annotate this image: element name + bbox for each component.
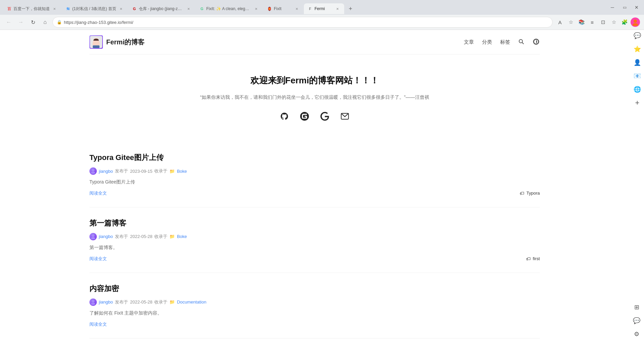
edge-profile-sidebar-icon[interactable]: 👤 bbox=[631, 56, 643, 69]
email-icon[interactable] bbox=[339, 111, 350, 122]
svg-point-1 bbox=[633, 23, 638, 26]
split-screen-icon[interactable]: ⊡ bbox=[598, 17, 608, 27]
tag-icon: 🏷 bbox=[520, 191, 524, 196]
nav-categories[interactable]: 分类 bbox=[482, 39, 492, 45]
lock-icon: 🔒 bbox=[57, 20, 62, 25]
post-category[interactable]: Boke bbox=[177, 169, 187, 174]
post-tag-value[interactable]: first bbox=[533, 256, 540, 261]
svg-point-12 bbox=[92, 234, 94, 237]
svg-line-6 bbox=[522, 43, 524, 44]
hero-title: 欢迎来到Fermi的博客网站！！！ bbox=[89, 75, 540, 86]
tab-gitee[interactable]: G 仓库 - jiangbo (jiang-zhao-... ✕ bbox=[128, 3, 195, 14]
tab-title-fermi: Fermi bbox=[315, 6, 333, 11]
post-date: 2023-09-15 bbox=[130, 169, 153, 174]
post-list: Typora Gitee图片上传 jiangbo 发布于 2023-09-15 … bbox=[89, 135, 540, 345]
tab-close-fixit[interactable]: ✕ bbox=[294, 6, 299, 11]
svg-point-15 bbox=[91, 302, 95, 305]
bottom-chat-icon[interactable]: 💬 bbox=[631, 315, 643, 327]
bottom-right-icons: ⊞ 💬 ⚙ bbox=[629, 298, 644, 343]
author-avatar bbox=[89, 298, 97, 306]
edge-translate-sidebar-icon[interactable]: 🌐 bbox=[631, 83, 643, 95]
profile-avatar bbox=[632, 18, 639, 26]
forward-button[interactable]: → bbox=[16, 17, 26, 27]
edge-chat-icon[interactable]: 💬 bbox=[631, 30, 643, 42]
hero-section: 欢迎来到Fermi的博客网站！！！ “如果你来访我，我不在，请和我们门外的花坐一… bbox=[89, 54, 540, 135]
svg-point-11 bbox=[91, 172, 95, 174]
extensions-icon[interactable]: 🧩 bbox=[620, 17, 629, 27]
address-bar[interactable]: 🔒 https://jiang-zhao-153.gitee.io/fermi/ bbox=[52, 17, 553, 28]
nav-tags[interactable]: 标签 bbox=[500, 39, 510, 45]
tab-baidu[interactable]: 百 百度一下，你就知道 ✕ bbox=[3, 3, 61, 14]
minimize-button[interactable]: ─ bbox=[608, 3, 617, 12]
blog-title: Fermi的博客 bbox=[106, 38, 145, 47]
post-title[interactable]: Typora Gitee图片上传 bbox=[89, 153, 540, 163]
post-excerpt: 了解如何在 FixIt 主题中加密内容。 bbox=[89, 309, 540, 317]
tab-zhihu[interactable]: 知 (1封私信 / 3条消息) 首页 ✕ bbox=[62, 3, 128, 14]
post-author[interactable]: jiangbo bbox=[99, 234, 113, 239]
tab-fixit[interactable]: 🏮 FixIt ✕ bbox=[263, 3, 304, 14]
post-item: 第一篇博客 jiangbo 发布于 2022-05-28 收录于 📁 Boke bbox=[89, 207, 540, 273]
favorites-icon[interactable]: ☆ bbox=[566, 17, 575, 27]
read-more-link[interactable]: 阅读全文 bbox=[89, 321, 107, 327]
home-button[interactable]: ⌂ bbox=[40, 17, 50, 27]
tab-title-gitee: 仓库 - jiangbo (jiang-zhao-... bbox=[139, 6, 184, 12]
post-category[interactable]: Documentation bbox=[177, 299, 206, 305]
svg-point-5 bbox=[519, 40, 523, 43]
nav-articles[interactable]: 文章 bbox=[464, 39, 474, 45]
refresh-button[interactable]: ↻ bbox=[28, 17, 38, 27]
close-window-button[interactable]: ✕ bbox=[632, 3, 641, 12]
tab-title-fixit: FixIt bbox=[274, 6, 292, 11]
tab-fermi[interactable]: F Fermi ✕ bbox=[304, 3, 344, 14]
tab-close-gitee[interactable]: ✕ bbox=[186, 6, 191, 11]
post-category[interactable]: Boke bbox=[177, 234, 187, 239]
post-tag-value[interactable]: Typora bbox=[526, 191, 540, 196]
read-more-link[interactable]: 阅读全文 bbox=[89, 256, 107, 262]
post-date: 2022-05-28 bbox=[130, 234, 153, 239]
tab-title-fixit-github: FixIt: ✨ A clean, elegant b... bbox=[206, 6, 251, 11]
collected-label: 收录于 bbox=[154, 299, 167, 305]
tab-close-fixit-github[interactable]: ✕ bbox=[253, 6, 259, 11]
tab-favicon-fixit: 🏮 bbox=[267, 6, 272, 11]
published-label: 发布于 bbox=[115, 234, 128, 240]
search-icon[interactable] bbox=[518, 39, 525, 45]
folder-icon: 📁 bbox=[169, 169, 175, 174]
github-icon[interactable] bbox=[279, 111, 290, 122]
reading-view-icon[interactable]: ≡ bbox=[588, 17, 597, 27]
tab-favicon-fermi: F bbox=[308, 6, 313, 11]
author-avatar bbox=[89, 233, 97, 240]
tab-favicon-gitee: G bbox=[132, 6, 137, 11]
hero-quote: “如果你来访我，我不在，请和我们门外的花坐一会儿，它们很温暖，我注视它们很多很多… bbox=[89, 93, 540, 102]
post-date: 2022-05-28 bbox=[130, 299, 153, 305]
tab-fixit-github[interactable]: G FixIt: ✨ A clean, elegant b... ✕ bbox=[196, 3, 263, 14]
blog-logo[interactable]: Fermi的博客 bbox=[89, 35, 145, 49]
grid-icon[interactable]: ⊞ bbox=[631, 301, 643, 313]
post-item: Typora Gitee图片上传 jiangbo 发布于 2023-09-15 … bbox=[89, 142, 540, 207]
settings-icon[interactable]: ⚙ bbox=[631, 328, 643, 340]
edge-outlook-icon[interactable]: 📧 bbox=[631, 70, 643, 82]
read-more-link[interactable]: 阅读全文 bbox=[89, 190, 107, 196]
tab-bar: 百 百度一下，你就知道 ✕ 知 (1封私信 / 3条消息) 首页 ✕ G 仓库 … bbox=[0, 0, 644, 15]
maximize-button[interactable]: ▭ bbox=[620, 3, 629, 12]
post-tags: 🏷 first bbox=[526, 256, 540, 261]
post-title[interactable]: 内容加密 bbox=[89, 284, 540, 294]
edge-add-icon[interactable]: + bbox=[631, 97, 643, 109]
tab-close-baidu[interactable]: ✕ bbox=[52, 6, 57, 11]
post-excerpt: Typora Gitee图片上传 bbox=[89, 178, 540, 186]
tab-title-zhihu: (1封私信 / 3条消息) 首页 bbox=[72, 6, 116, 12]
back-button[interactable]: ← bbox=[4, 17, 13, 27]
translate-icon[interactable]: A bbox=[555, 17, 565, 27]
browser-favorites-icon[interactable]: 📚 bbox=[577, 17, 586, 27]
tab-close-fermi[interactable]: ✕ bbox=[335, 6, 340, 11]
collections-icon[interactable]: ☆ bbox=[609, 17, 618, 27]
theme-toggle-icon[interactable] bbox=[533, 39, 540, 45]
profile-button[interactable] bbox=[631, 17, 640, 27]
new-tab-button[interactable]: + bbox=[346, 4, 355, 13]
gitee-icon[interactable] bbox=[299, 111, 310, 122]
edge-favorites-sidebar-icon[interactable]: ⭐ bbox=[631, 43, 643, 55]
tab-close-zhihu[interactable]: ✕ bbox=[118, 6, 124, 11]
post-title[interactable]: 第一篇博客 bbox=[89, 218, 540, 228]
post-author[interactable]: jiangbo bbox=[99, 299, 113, 305]
google-scholar-icon[interactable] bbox=[319, 111, 330, 122]
post-author[interactable]: jiangbo bbox=[99, 169, 113, 174]
folder-icon: 📁 bbox=[169, 234, 175, 239]
